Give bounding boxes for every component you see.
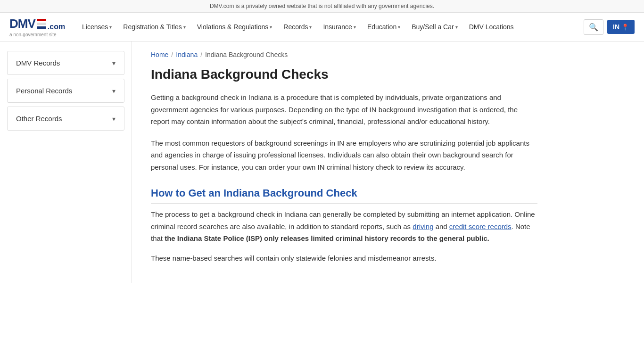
breadcrumb-current: Indiana Background Checks — [205, 51, 288, 58]
sidebar-dmv-records: DMV Records ▾ — [7, 51, 124, 75]
sidebar-dmv-records-header[interactable]: DMV Records ▾ — [8, 51, 124, 74]
breadcrumb-home[interactable]: Home — [151, 51, 168, 58]
section-1-body: The process to get a background check in… — [151, 208, 537, 245]
nav-arrow-buysell: ▾ — [455, 25, 458, 30]
nav-item-locations[interactable]: DMV Locations — [464, 19, 519, 34]
nav-item-records[interactable]: Records ▾ — [279, 19, 316, 34]
breadcrumb: Home / Indiana / Indiana Background Chec… — [151, 51, 537, 58]
breadcrumb-state[interactable]: Indiana — [176, 51, 198, 58]
search-button[interactable]: 🔍 — [584, 19, 603, 35]
sidebar-personal-records-header[interactable]: Personal Records ▾ — [8, 79, 124, 102]
search-icon: 🔍 — [589, 23, 598, 31]
intro-paragraph-2: The most common requestors of background… — [151, 137, 537, 173]
notice-bar: DMV.com is a privately owned website tha… — [0, 0, 644, 13]
credit-score-records-link[interactable]: credit score records — [449, 222, 512, 230]
driving-records-link[interactable]: driving — [413, 222, 433, 230]
sidebar-other-records: Other Records ▾ — [7, 107, 124, 131]
logo-wrapper: DMV .com — [9, 16, 65, 31]
nav-item-registration[interactable]: Registration & Titles ▾ — [118, 19, 190, 34]
section-1-heading: How to Get an Indiana Background Check — [151, 187, 537, 204]
breadcrumb-sep-1: / — [171, 51, 173, 58]
nav-item-licenses[interactable]: Licenses ▾ — [77, 19, 116, 34]
nav-item-buysell[interactable]: Buy/Sell a Car ▾ — [407, 19, 462, 34]
header: DMV .com a non-government site Licenses … — [0, 13, 644, 41]
intro-paragraph-1: Getting a background check in Indiana is… — [151, 91, 537, 128]
nav-arrow-records: ▾ — [309, 25, 312, 30]
nav-item-insurance[interactable]: Insurance ▾ — [318, 19, 360, 34]
logo-stripes — [37, 19, 46, 29]
nav-item-education[interactable]: Education ▾ — [363, 19, 405, 34]
breadcrumb-sep-2: / — [200, 51, 202, 58]
logo-area: DMV .com a non-government site — [9, 16, 66, 37]
chevron-dmv-records: ▾ — [112, 59, 116, 67]
chevron-personal-records: ▾ — [112, 87, 116, 95]
nav-arrow-licenses: ▾ — [109, 25, 112, 30]
main-content: Home / Indiana / Indiana Background Chec… — [132, 41, 556, 283]
chevron-other-records: ▾ — [112, 115, 116, 123]
nav-item-violations[interactable]: Violations & Regulations ▾ — [192, 19, 277, 34]
stripe-red — [37, 19, 46, 21]
notice-text: DMV.com is a privately owned website tha… — [210, 3, 434, 9]
stripe-white — [37, 23, 46, 25]
nav-arrow-insurance: ▾ — [354, 25, 356, 30]
main-nav: Licenses ▾ Registration & Titles ▾ Viola… — [77, 19, 572, 34]
section-1-body-between-links: and — [433, 222, 449, 230]
state-selector-button[interactable]: IN 📍 — [607, 20, 635, 34]
nav-arrow-education: ▾ — [398, 25, 400, 30]
sidebar-personal-records-label: Personal Records — [16, 87, 72, 95]
section-1-bold-text: the Indiana State Police (ISP) only rele… — [165, 234, 489, 242]
pin-icon: 📍 — [621, 24, 629, 31]
header-actions: 🔍 IN 📍 — [584, 19, 635, 35]
sidebar-dmv-records-label: DMV Records — [16, 59, 60, 67]
section-1-paragraph-2: These name-based searches will contain o… — [151, 252, 537, 264]
stripe-blue — [37, 26, 46, 29]
page-title: Indiana Background Checks — [151, 67, 537, 82]
sidebar-personal-records: Personal Records ▾ — [7, 79, 124, 103]
state-label: IN — [613, 23, 619, 31]
nav-arrow-registration: ▾ — [183, 25, 186, 30]
nav-arrow-violations: ▾ — [270, 25, 272, 30]
sidebar-other-records-label: Other Records — [16, 115, 62, 123]
logo[interactable]: DMV .com — [9, 16, 65, 31]
logo-tagline: a non-government site — [9, 32, 57, 37]
sidebar: DMV Records ▾ Personal Records ▾ Other R… — [0, 41, 132, 283]
logo-com-text: .com — [48, 23, 65, 31]
main-layout: DMV Records ▾ Personal Records ▾ Other R… — [0, 41, 644, 283]
logo-dmv-text: DMV — [9, 16, 35, 31]
sidebar-other-records-header[interactable]: Other Records ▾ — [8, 107, 124, 130]
